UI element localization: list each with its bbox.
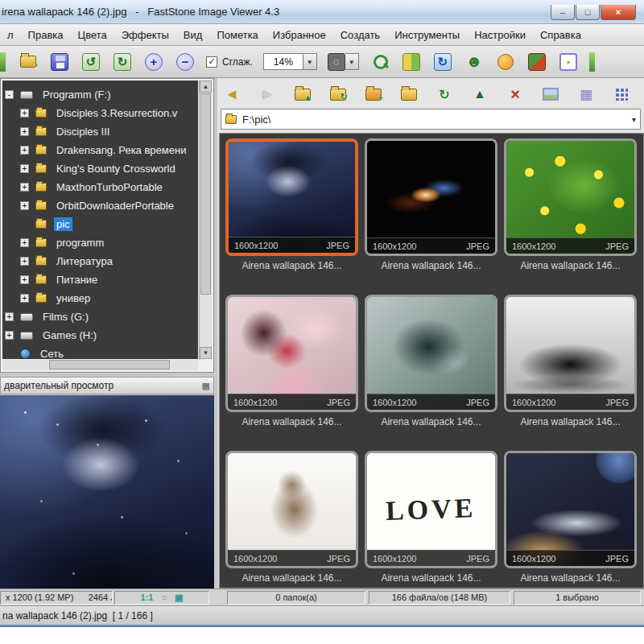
expander-icon[interactable]: + (20, 275, 29, 284)
title-bar[interactable]: irena wallapack 146 (2).jpg - FastStone … (0, 0, 644, 24)
tree-item[interactable]: + Disciples III (2, 122, 198, 141)
tree-item-label[interactable]: Питание (54, 273, 100, 287)
tree-item[interactable]: + programm (2, 233, 198, 252)
tree-horizontal-scrollbar[interactable] (2, 360, 198, 370)
one-to-one-icon[interactable]: 1:1 (141, 592, 154, 602)
menu-item[interactable]: Настройки (467, 26, 533, 44)
zoom-circle-icon[interactable]: ○ (161, 592, 167, 602)
tree-item-label[interactable]: programm (54, 236, 106, 250)
up-folder-button[interactable]: ▲ (293, 85, 312, 104)
tree-item[interactable]: + Drakensang. Река времени (2, 141, 198, 159)
zoom-in-button[interactable]: + (143, 52, 164, 72)
tree-item-label[interactable]: MaxthonTurboPortable (54, 180, 165, 194)
menu-item[interactable]: Избранное (266, 26, 333, 44)
rotate-left-button[interactable]: ↺ (80, 52, 101, 72)
thumbnail[interactable]: 1600x1200 JPEG Airena wallapack 146... (365, 138, 499, 295)
copy-to-button[interactable]: ↻ (435, 85, 454, 104)
tree-item[interactable]: + Disciples 3.Resurrection.v (2, 104, 198, 122)
menu-item[interactable]: Справка (533, 26, 588, 44)
tree-item-label[interactable]: универ (54, 291, 93, 305)
address-dropdown-icon[interactable]: ▾ (632, 115, 636, 124)
scrollbar-thumb[interactable] (49, 360, 170, 369)
thumbnail-frame[interactable]: 1600x1200 JPEG (365, 138, 497, 256)
address-path[interactable]: F:\pic\ (242, 114, 632, 126)
tree-item[interactable]: + Питание (2, 270, 198, 289)
thumbnail[interactable]: 1600x1200 JPEG Airena wallapack 146... (504, 138, 638, 295)
rotate-right-button[interactable]: ↻ (112, 52, 133, 72)
tree-item-label[interactable]: Drakensang. Река времени (54, 143, 188, 157)
expander-icon[interactable]: + (20, 201, 29, 210)
menu-item[interactable]: л (0, 26, 21, 44)
menu-item[interactable]: Пометка (209, 26, 265, 44)
tree-item-label[interactable]: Games (H:) (40, 328, 99, 342)
expander-icon[interactable]: - (5, 90, 14, 99)
thumbnail[interactable]: 1600x1200 JPEG Airena wallapack 146... (504, 451, 638, 588)
expander-icon[interactable]: + (20, 294, 29, 303)
expander-icon[interactable]: + (20, 164, 29, 173)
filter-button[interactable]: ▦ (576, 85, 596, 104)
maximize-button[interactable]: □ (576, 5, 600, 20)
tree-item[interactable]: Сеть (2, 345, 198, 359)
tree-item-label[interactable]: Films (G:) (40, 310, 91, 324)
forward-button[interactable]: ► (258, 85, 277, 104)
expander-icon[interactable]: + (5, 331, 14, 340)
smooth-checkbox[interactable]: ✓ (206, 56, 217, 68)
open-folder-button[interactable] (399, 85, 419, 104)
find-button[interactable] (369, 52, 390, 72)
fit-window-icon[interactable]: ▣ (175, 592, 183, 603)
expander-icon[interactable]: + (20, 127, 29, 136)
thumbnail-frame[interactable]: 1600x1200 JPEG (225, 138, 358, 256)
tree-item[interactable]: - Programm (F:) (2, 85, 198, 104)
thumbnail[interactable]: 1600x1200 JPEG Airena wallapack 146... (225, 295, 360, 451)
chevron-down-icon[interactable]: ▾ (345, 53, 359, 70)
minimize-button[interactable]: – (551, 5, 575, 20)
zoom-level-value[interactable]: 14% (263, 53, 303, 70)
tree-item[interactable]: + MaxthonTurboPortable (2, 178, 198, 196)
scrollbar-thumb[interactable] (200, 93, 211, 295)
tree-item-label[interactable]: Сеть (38, 347, 66, 359)
capture-button[interactable] (526, 52, 547, 72)
menu-item[interactable]: Инструменты (387, 26, 467, 44)
thumbnail[interactable]: 1600x1200 JPEG Airena wallapack 146... (225, 451, 360, 588)
tree-item[interactable]: + Литература (2, 252, 198, 270)
preview-pane[interactable] (0, 395, 214, 588)
menu-item[interactable]: Вид (176, 26, 210, 44)
thumbnail[interactable]: 1600x1200 JPEG Airena wallapack 146... (365, 295, 499, 451)
menu-item[interactable]: Цвета (71, 26, 114, 44)
tree-item[interactable]: + OrbitDownloaderPortable (2, 196, 198, 215)
menu-item[interactable]: Создать (333, 26, 387, 44)
compare-button[interactable] (401, 52, 422, 72)
expander-icon[interactable]: + (5, 312, 14, 321)
tree-item-label[interactable]: OrbitDownloaderPortable (54, 199, 176, 213)
tree-item[interactable]: + King's Bounty Crossworld (2, 159, 198, 178)
view-image-button[interactable] (541, 85, 560, 104)
thumbnail[interactable]: 1600x1200 JPEG Airena wallapack 146... (504, 295, 638, 451)
scroll-up-icon[interactable]: ▲ (200, 80, 212, 93)
save-button[interactable] (49, 52, 70, 72)
new-folder-button[interactable]: + (364, 85, 383, 104)
tree-item[interactable]: + Films (G:) (2, 308, 198, 326)
tree-item-label[interactable]: Литература (54, 254, 115, 268)
expander-icon[interactable]: + (20, 183, 29, 192)
tree-item-label[interactable]: pic (54, 217, 72, 231)
expander-icon[interactable]: + (20, 109, 29, 118)
history-button[interactable] (495, 52, 516, 72)
folder-tree[interactable]: - Programm (F:) + Disciples 3.Resurrecti… (2, 80, 198, 359)
thumbnail-frame[interactable]: 1600x1200 JPEG (365, 295, 497, 412)
delete-button[interactable]: × (506, 85, 525, 104)
thumbnail-frame[interactable]: 1600x1200 JPEG (504, 138, 637, 256)
menu-item[interactable]: Эффекты (114, 26, 176, 44)
thumbnail[interactable]: 1600x1200 JPEG Airena wallapack 146... (225, 138, 360, 295)
tree-item-label[interactable]: King's Bounty Crossworld (54, 162, 178, 175)
expander-icon[interactable]: + (20, 238, 29, 247)
close-button[interactable]: × (601, 5, 636, 20)
thumbnail-frame[interactable]: LOVE 1600x1200 JPEG (365, 451, 497, 568)
tree-item-label[interactable]: Disciples III (54, 125, 112, 138)
zoom-out-button[interactable]: − (175, 52, 196, 72)
expander-icon[interactable]: + (20, 257, 29, 266)
thumbnail-frame[interactable]: 1600x1200 JPEG (504, 295, 637, 412)
expander-icon[interactable]: + (20, 146, 29, 155)
menu-item[interactable]: Правка (21, 26, 71, 44)
settings-button[interactable]: ▪ (558, 52, 579, 72)
select-tool-icon[interactable]: ◌ (328, 53, 345, 71)
